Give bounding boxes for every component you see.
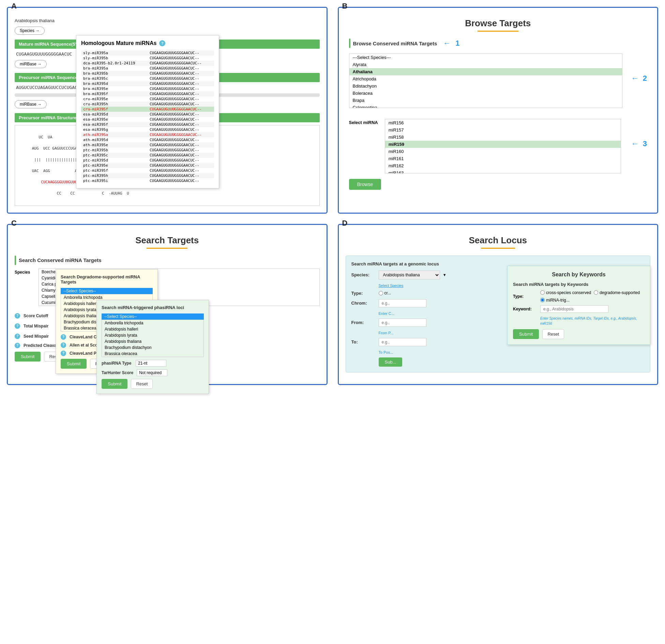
locus-from-input[interactable]	[379, 319, 426, 327]
locus-radio-cr-input[interactable]	[379, 291, 383, 295]
phasi-reset-btn[interactable]: Reset	[131, 379, 153, 389]
kw-keyword-row: Keyword:	[513, 305, 645, 313]
mirna-row: Select miRNA miR156miR157miR158miR159miR…	[349, 119, 647, 173]
phasi-species-option[interactable]: Arabidopsis halleri	[102, 326, 203, 332]
mirna-option[interactable]: miR157	[385, 126, 621, 134]
species-option[interactable]: Cclementina	[349, 104, 622, 108]
locus-type-radios: cr...	[379, 291, 391, 295]
mirna-select-box[interactable]: miR156miR157miR158miR159miR160miR161miR1…	[385, 119, 621, 173]
mirbase-btn-2[interactable]: miRBase →	[15, 100, 47, 108]
locus-species-label: Species:	[351, 272, 375, 277]
panel-letter-d: D	[342, 219, 348, 228]
kw-radio-degradome-label: degradome-supported	[600, 290, 640, 295]
locus-from-label: From:	[351, 320, 375, 325]
browse-title: Browse Targets	[349, 18, 647, 29]
kw-type-row: Type: cross-species conserved degradome-…	[513, 290, 645, 303]
mirna-option[interactable]: miR156	[385, 119, 621, 126]
kw-keyword-input[interactable]	[540, 305, 608, 313]
total-help-icon[interactable]: ?	[15, 323, 20, 329]
phasi-species-option[interactable]: Brachypodium distachyon	[102, 344, 203, 351]
green-bar	[349, 39, 350, 48]
species-option[interactable]: ---Select Species---	[349, 54, 622, 61]
mirna-option[interactable]: miR162	[385, 162, 621, 169]
mirna-option[interactable]: miR159	[385, 141, 621, 148]
kw-radio-degradome-input[interactable]	[594, 290, 598, 295]
kw-keyword-label: Keyword:	[513, 307, 537, 311]
locus-species-select[interactable]: Arabidopsis thaliana	[379, 271, 440, 279]
kw-radio-conserved-input[interactable]	[540, 290, 545, 295]
panel-letter-a: A	[11, 2, 17, 11]
blue-arrow-2: ←	[631, 74, 639, 83]
kw-radio-mirna[interactable]: miRNA-trig...	[540, 298, 570, 303]
kw-radio-mirna-input[interactable]	[540, 298, 545, 302]
c-submit-btn[interactable]: Submit	[15, 352, 41, 362]
kw-radio-degradome[interactable]: degradome-supported	[594, 290, 640, 295]
panel-letter-c: C	[11, 219, 17, 228]
species-select-box[interactable]: ---Select Species---AlyrataAthalianaAtri…	[349, 53, 622, 108]
browse-underline	[478, 31, 518, 32]
phasi-species-option[interactable]: Amborella trichopoda	[102, 320, 203, 326]
locus-to-input[interactable]	[379, 338, 426, 346]
degradome-title: Search Degradome-supported miRNA Targets	[61, 274, 153, 285]
mirna-option[interactable]: miR161	[385, 155, 621, 162]
tarhunter-label: TarHunter Score	[102, 370, 133, 375]
kw-reset-btn[interactable]: Reset	[542, 329, 564, 339]
number-1: 1	[455, 39, 459, 48]
kw-submit-btn[interactable]: Submit	[513, 329, 539, 339]
phasi-species-option[interactable]: Brassica rapa	[102, 357, 203, 357]
species-option[interactable]: Alyrata	[349, 61, 622, 68]
panel-c: C Search Targets Search Conserved miRNA …	[7, 224, 328, 385]
question-icon[interactable]: ?	[159, 40, 165, 46]
mirna-option[interactable]: miR160	[385, 148, 621, 155]
phasi-species-option[interactable]: Arabidopsis thaliana	[102, 338, 203, 344]
browse-button[interactable]: Browse	[349, 179, 381, 190]
species-option[interactable]: Boleracea	[349, 90, 622, 97]
pvalue-help[interactable]: ?	[61, 351, 66, 356]
cleaveland-help[interactable]: ?	[61, 334, 66, 340]
panel-a: A Arabidopsis thaliana Species → Mature …	[7, 7, 328, 214]
kw-radio-conserved-label: cross-species conserved	[546, 290, 591, 295]
blue-arrow-3: ←	[631, 139, 639, 148]
mirna-option[interactable]: miR163	[385, 169, 621, 173]
species-option[interactable]: Bdistachyon	[349, 82, 622, 90]
predicted-help-icon[interactable]: ?	[15, 343, 20, 348]
kw-type-label: Type:	[513, 294, 537, 299]
locus-radio-cr[interactable]: cr...	[379, 291, 391, 295]
species-option[interactable]: Atrichopoda	[349, 75, 622, 82]
locus-chrom-input[interactable]	[379, 299, 426, 307]
species-form-label: Species	[15, 269, 35, 309]
tarhunter-input[interactable]	[137, 369, 167, 376]
tarhunter-row: TarHunter Score	[102, 369, 204, 376]
seed-label: Seed Mispair	[24, 334, 54, 339]
phasi-species-option[interactable]: Brassica oleracea	[102, 351, 203, 357]
panel-b: B Browse Targets Browse Conserved miRNA …	[338, 7, 659, 214]
browse-conserved-label: Browse Conserved miRNA Targets	[353, 41, 437, 46]
locus-type-label: Type:	[351, 291, 375, 296]
allen-help[interactable]: ?	[61, 342, 66, 348]
seed-help-icon[interactable]: ?	[15, 334, 20, 339]
phasi-species-option[interactable]: Arabidopsis lyrata	[102, 332, 203, 338]
browse-section-label: Browse Conserved miRNA Targets ← 1	[349, 39, 647, 48]
kw-radio-conserved[interactable]: cross-species conserved	[540, 290, 591, 295]
deg-submit-btn[interactable]: Submit	[61, 359, 87, 369]
locus-underline	[481, 248, 515, 249]
homologous-title: Homologous Mature miRNAs ?	[81, 40, 214, 46]
score-label: Score Cutoff	[24, 313, 54, 318]
phasi-submit-btn[interactable]: Submit	[102, 379, 127, 389]
mirna-label: Select miRNA	[349, 119, 378, 125]
phasi-type-input[interactable]	[136, 360, 166, 367]
score-help-icon[interactable]: ?	[15, 313, 20, 319]
locus-radio-cr-label: cr...	[384, 291, 391, 295]
select-species-link[interactable]: Select Species	[379, 283, 404, 288]
locus-chrom-label: Chrom:	[351, 301, 375, 306]
keywords-popup: Search by Keywords Search miRNA targets …	[507, 266, 650, 345]
locus-submit-btn[interactable]: Sub...	[379, 357, 403, 367]
species-button[interactable]: Species →	[15, 27, 45, 35]
deg-select-header: --Select Species--	[61, 288, 153, 294]
phasi-species-select[interactable]: Amborella trichopodaArabidopsis halleriA…	[102, 320, 204, 357]
mirna-option[interactable]: miR158	[385, 134, 621, 141]
mirbase-btn-1[interactable]: miRBase →	[15, 60, 47, 68]
search-targets-title: Search Targets	[15, 235, 320, 246]
species-option[interactable]: Athaliana	[349, 68, 622, 75]
species-option[interactable]: Brapa	[349, 97, 622, 104]
